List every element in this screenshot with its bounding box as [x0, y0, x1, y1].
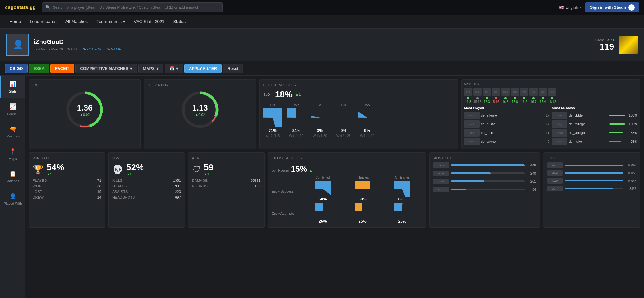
maps-icon: 📍: [9, 148, 16, 155]
entry-value-row: per Round 15% ▲: [272, 164, 422, 174]
profile-info: iZnoGouD Last Game Mon 26th Oct 20 CHECK…: [34, 38, 595, 51]
weapon-icon: USP-: [433, 187, 449, 192]
entry-cols-header: Combined T Entries CT Entries: [272, 176, 422, 179]
sidebar-item-stats[interactable]: 📊 Stats: [0, 76, 25, 98]
nav-status[interactable]: Status: [169, 15, 190, 29]
reset-filter-btn[interactable]: Reset: [223, 64, 243, 73]
calendar-icon: 📅: [169, 66, 174, 71]
match-icon[interactable]: vert: [539, 88, 547, 96]
search-bar[interactable]: 🔍: [42, 2, 223, 12]
kills-bar: [451, 180, 525, 182]
hltv-number: 1.13: [192, 103, 208, 113]
entry-attempts-item: 25%: [343, 203, 383, 224]
most-success-item: nuke de_nuke 75%: [552, 138, 637, 145]
match-icon[interactable]: nuke: [548, 88, 556, 96]
main-layout: 📊 Stats 📈 Graphs 🔫 Weapons 📍 Maps 📋 Matc…: [0, 76, 644, 298]
clutch-card: CLUTCH SUCCESS 1vX 18% ▲1 1v1 71% W:12 /…: [259, 79, 458, 149]
hs-value-row: 💀 52% ▲1: [112, 162, 181, 176]
kills-count: 201: [527, 180, 536, 183]
search-input[interactable]: [53, 5, 219, 10]
nav-leaderboards[interactable]: Leaderboards: [25, 15, 61, 29]
csgo-filter-btn[interactable]: CS:GO: [5, 64, 28, 73]
match-dot: [501, 97, 510, 99]
most-success-item: mirage de_mirage 100%: [552, 120, 637, 128]
hs-label: HS%: [112, 156, 181, 160]
hs-bar: [565, 188, 623, 189]
match-icon[interactable]: mira: [520, 88, 528, 96]
sidebar-item-maps[interactable]: 📍 Maps: [0, 143, 25, 166]
entry-success-item: 50%: [343, 181, 383, 201]
match-dot: [464, 97, 472, 99]
hs-bar: [565, 172, 623, 174]
match-icon[interactable]: cbbl: [511, 88, 519, 96]
winrate-stat-row: PLAYED71: [33, 179, 101, 182]
entry-success-label: Entry Success: [272, 190, 303, 193]
weapon-icon: AK-4: [433, 162, 449, 168]
apply-filter-btn[interactable]: APPLY FILTER: [184, 64, 222, 73]
match-icon[interactable]: trai: [529, 88, 538, 96]
match-icon[interactable]: dust: [492, 88, 500, 96]
hs-stat-row: HEADSHOTS697: [112, 195, 181, 199]
sidebar-item-played-with[interactable]: 👤 Played With: [0, 188, 25, 210]
nav-home[interactable]: Home: [5, 15, 25, 29]
match-icon[interactable]: infe: [464, 88, 472, 96]
entry-attempts-row: Entry Attempts 26% 25% 26%: [272, 203, 422, 224]
winrate-delta: ▲1: [47, 172, 64, 176]
clutch-item: 1v3 3% W:1 / L:30: [311, 103, 329, 137]
nav-all-matches[interactable]: All Matches: [61, 15, 92, 29]
most-kills-item: USP- 94: [433, 187, 536, 192]
match-icon[interactable]: trai: [483, 88, 491, 96]
signin-label: Sign in with Steam: [590, 5, 626, 10]
stats-row-1: K/D 1.36 ▲0.02 HLTV RATING: [29, 79, 640, 149]
svg-point-18: [359, 109, 376, 126]
clutch-item: 1v4 0% W:0 / L:28: [334, 103, 353, 137]
match-dot: [539, 97, 547, 99]
entry-col-t: T Entries: [343, 176, 383, 179]
most-played-success-panels: Most Played inferno de_inferno 17 dust2 …: [464, 106, 637, 147]
match-dot: [520, 97, 528, 99]
sidebar-item-weapons[interactable]: 🔫 Weapons: [0, 121, 25, 143]
weapon-icon: AWP: [433, 179, 449, 184]
nav-tournaments[interactable]: Tournaments ▾: [92, 15, 129, 29]
calendar-filter-btn[interactable]: 📅 ▾: [165, 64, 183, 73]
signin-button[interactable]: Sign in with Steam: [585, 2, 639, 12]
clutch-item: 1v2 24% W:6 / L:19: [287, 103, 306, 137]
live-check-button[interactable]: CHECK FOR LIVE GAME: [82, 47, 121, 51]
svg-point-14: [311, 109, 329, 126]
esea-filter-btn[interactable]: ESEA: [29, 64, 49, 73]
maps-filter-btn[interactable]: MAPS ▾: [138, 64, 163, 73]
competitive-filter-btn[interactable]: COMPETITIVE MATCHES ▾: [75, 64, 137, 73]
hs-bar: [565, 165, 623, 166]
match-dot: [511, 97, 519, 99]
adr-delta: ▲1: [204, 172, 214, 176]
kd-label: K/D: [33, 84, 137, 87]
profile-header: 👤 iZnoGouD Last Game Mon 26th Oct 20 CHE…: [0, 29, 644, 61]
hs-pct-kills-label: HS%: [547, 156, 636, 160]
hltv-gauge: 1.13 ▲0.02: [148, 89, 252, 130]
match-dot: [548, 97, 556, 99]
hs-pct-value: 100%: [625, 171, 636, 175]
faceit-filter-btn[interactable]: FACEIT: [50, 64, 74, 73]
matches-mini-card: MATCHES infemiratraidustcachcbblmiratrai…: [461, 79, 640, 149]
entry-col-ct: CT Entries: [382, 176, 422, 179]
site-logo[interactable]: csgostats.gg: [5, 5, 36, 10]
match-icon[interactable]: cach: [501, 88, 510, 96]
kills-count: 94: [527, 188, 536, 191]
most-played-item: dust2 de_dust2 14: [464, 120, 550, 128]
weapon-icon: M4A4: [433, 171, 449, 176]
winrate-stat-row: DREW14: [33, 195, 101, 199]
language-selector[interactable]: 🇺🇸 English ▾: [559, 5, 582, 10]
match-icon[interactable]: mira: [473, 88, 482, 96]
svg-point-28: [355, 204, 369, 218]
match-dot: [529, 97, 538, 99]
sidebar-item-graphs[interactable]: 📈 Graphs: [0, 98, 25, 121]
steam-icon: [628, 4, 635, 11]
weapon-icon: AWP: [547, 178, 563, 184]
nav-vac-stats[interactable]: VAC Stats 2021: [129, 15, 169, 29]
search-icon: 🔍: [45, 5, 50, 10]
most-played-panel: Most Played inferno de_inferno 17 dust2 …: [464, 106, 550, 147]
clutch-type: 1vX: [263, 92, 271, 97]
comp-wins-label: Comp. Wins: [595, 38, 614, 42]
svg-point-22: [355, 182, 369, 196]
sidebar-item-matches[interactable]: 📋 Matches: [0, 166, 25, 188]
